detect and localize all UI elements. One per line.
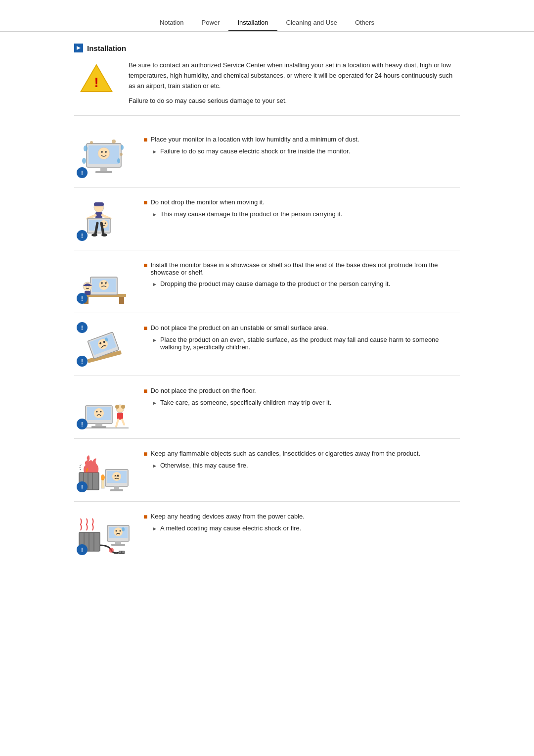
main-content: Installation ! Be sure to contact an aut… — [44, 32, 490, 584]
svg-point-7 — [98, 147, 110, 159]
tab-others[interactable]: Others — [346, 15, 383, 31]
svg-rect-93 — [115, 541, 121, 544]
orange-square-6: ■ — [143, 450, 147, 458]
orange-square-7: ■ — [143, 513, 147, 520]
item-main-6: ■ Keep any flammable objects such as can… — [143, 450, 460, 458]
tab-power[interactable]: Power — [193, 15, 229, 31]
svg-point-63 — [121, 405, 125, 409]
item-sub-7: ► A melted coating may cause electric sh… — [143, 524, 460, 532]
svg-point-37 — [99, 280, 109, 290]
svg-rect-78 — [114, 486, 119, 489]
item-image-7: ! — [74, 511, 134, 555]
list-item: ! ■ Place your monitor in a location wit… — [74, 125, 460, 188]
navigation-bar: Notation Power Installation Cleaning and… — [0, 0, 534, 32]
item-image-4: ! — [74, 322, 134, 367]
item-text-4: ■ Do not place the product on an unstabl… — [143, 322, 460, 351]
item-image-2: ! — [74, 196, 134, 241]
item-text-1: ■ Place your monitor in a location with … — [143, 134, 460, 155]
svg-line-66 — [122, 420, 124, 425]
item-main-2: ■ Do not drop the monitor when moving it… — [143, 198, 460, 206]
svg-point-13 — [82, 158, 86, 164]
orange-square-5: ■ — [143, 387, 147, 395]
item-image-6: ! — [74, 448, 134, 492]
item-text-5: ■ Do not place the product on the floor.… — [143, 385, 460, 406]
svg-point-12 — [117, 158, 120, 163]
list-item: ! — [74, 313, 460, 376]
tab-installation[interactable]: Installation — [228, 15, 277, 31]
svg-rect-18 — [94, 202, 104, 206]
svg-point-30 — [101, 234, 107, 236]
arrow-icon-3: ► — [152, 282, 157, 287]
svg-point-91 — [120, 530, 121, 532]
list-item: ! ■ Do not place the product on the floo… — [74, 376, 460, 439]
warning-text: Be sure to contact an authorized Service… — [129, 60, 460, 106]
item-sub-4: ► Place the product on an even, stable s… — [143, 336, 460, 351]
arrow-icon-6: ► — [152, 463, 157, 469]
warning-triangle-icon: ! — [79, 62, 114, 94]
svg-point-9 — [105, 151, 107, 153]
svg-point-62 — [115, 405, 119, 409]
svg-point-26 — [105, 223, 106, 224]
arrow-icon-2: ► — [152, 212, 157, 217]
svg-point-42 — [83, 282, 92, 291]
svg-point-16 — [120, 153, 123, 156]
svg-rect-58 — [95, 424, 102, 426]
item-main-4: ■ Do not place the product on an unstabl… — [143, 324, 460, 332]
item-main-7: ■ Keep any heating devices away from the… — [143, 513, 460, 520]
arrow-icon-5: ► — [152, 400, 157, 406]
svg-rect-5 — [100, 167, 107, 171]
svg-rect-33 — [119, 297, 124, 304]
svg-point-86 — [109, 548, 114, 553]
svg-point-10 — [84, 145, 88, 151]
item-text-7: ■ Keep any heating devices away from the… — [143, 511, 460, 532]
warning-box: ! Be sure to contact an authorized Servi… — [74, 60, 460, 116]
svg-marker-0 — [77, 46, 81, 50]
item-main-1: ■ Place your monitor in a location with … — [143, 136, 460, 143]
list-item: ! ■ Keep any flammable objects such as c… — [74, 439, 460, 502]
svg-point-55 — [94, 408, 104, 418]
svg-point-29 — [91, 234, 97, 236]
svg-point-11 — [121, 145, 124, 150]
orange-square-3: ■ — [143, 261, 147, 269]
warning-icon-wrap: ! — [74, 60, 119, 94]
item-text-6: ■ Keep any flammable objects such as can… — [143, 448, 460, 469]
svg-line-65 — [116, 420, 118, 426]
tab-notation[interactable]: Notation — [151, 15, 192, 31]
svg-point-90 — [116, 530, 117, 532]
arrow-icon-7: ► — [152, 526, 157, 531]
item-sub-3: ► Dropping the product may cause damage … — [143, 280, 460, 287]
svg-point-96 — [119, 551, 121, 553]
svg-rect-6 — [95, 171, 112, 173]
item-main-3: ■ Install the monitor base in a showcase… — [143, 261, 460, 276]
item-image-3: ! — [74, 259, 134, 304]
section-icon — [74, 44, 83, 52]
list-item: ! ■ Keep any heating devices away from t… — [74, 502, 460, 564]
svg-point-8 — [101, 151, 103, 153]
svg-point-81 — [101, 474, 105, 480]
svg-text:!: ! — [94, 75, 99, 90]
section-heading: Installation — [74, 44, 460, 52]
item-text-2: ■ Do not drop the monitor when moving it… — [143, 196, 460, 218]
svg-point-15 — [112, 140, 116, 143]
list-item: ! ■ Do not drop the monitor when moving … — [74, 188, 460, 250]
item-sub-2: ► This may cause damage to the product o… — [143, 210, 460, 218]
arrow-icon-1: ► — [152, 149, 157, 154]
item-sub-6: ► Otherwise, this may cause fire. — [143, 462, 460, 469]
item-sub-1: ► Failure to do so may cause electric sh… — [143, 147, 460, 155]
list-item: ! ■ Install the monitor base in a showca… — [74, 250, 460, 313]
tab-cleaning[interactable]: Cleaning and Use — [277, 15, 346, 31]
arrow-icon-4: ► — [152, 337, 157, 343]
svg-rect-94 — [111, 544, 125, 546]
svg-point-92 — [122, 527, 125, 531]
svg-rect-64 — [117, 413, 123, 420]
svg-point-89 — [114, 527, 123, 536]
item-image-1: ! — [74, 134, 134, 178]
svg-point-14 — [90, 141, 93, 144]
section-title: Installation — [87, 44, 126, 52]
orange-square-4: ■ — [143, 324, 147, 332]
svg-point-56 — [96, 411, 98, 413]
svg-point-73 — [112, 472, 121, 481]
svg-rect-79 — [110, 489, 123, 491]
svg-rect-80 — [101, 479, 104, 488]
svg-point-97 — [122, 551, 124, 553]
